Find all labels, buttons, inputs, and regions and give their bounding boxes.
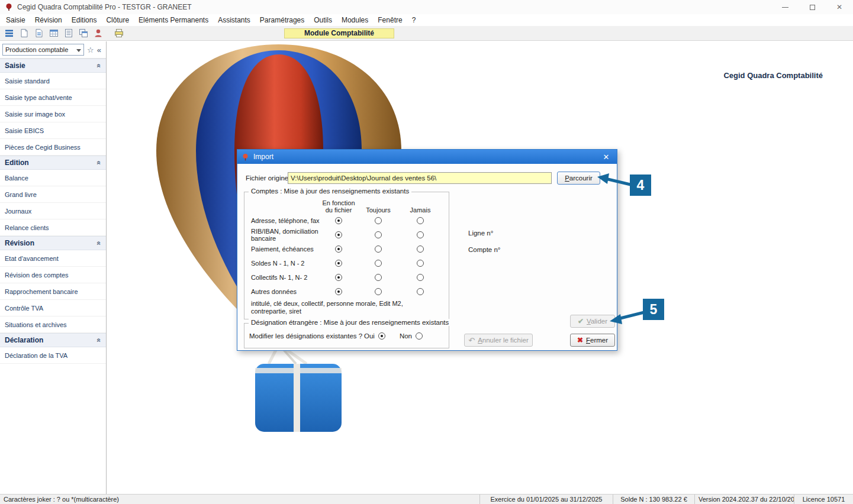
section-label: Edition [5, 159, 97, 167]
menu-item-elements-permanents[interactable]: Eléments Permanents [134, 15, 213, 25]
menu-item-saisie[interactable]: Saisie [1, 15, 30, 25]
sidebar-item-saisie-standard[interactable]: Saisie standard [0, 73, 106, 89]
report-button[interactable] [61, 27, 76, 40]
radio-paiement-en-fonction[interactable] [335, 245, 342, 253]
dialog-logo-icon [242, 153, 249, 161]
radio-rib-toujours[interactable] [375, 231, 382, 238]
favorite-star-icon[interactable]: ☆ [87, 46, 94, 54]
sidebar-section-saisie[interactable]: Saisie « [0, 59, 106, 73]
sidebar-item-grand-livre[interactable]: Grand livre [0, 186, 106, 203]
new-document-button[interactable] [17, 27, 31, 40]
radio-autres-jamais[interactable] [417, 288, 424, 295]
report-icon [63, 28, 74, 38]
radio-autres-en-fonction[interactable] [335, 288, 342, 295]
sidebar-item-declaration-tva[interactable]: Déclaration de la TVA [0, 347, 106, 364]
radio-autres-toujours[interactable] [375, 288, 382, 295]
row-collectifs: Collectifs N- 1, N- 2 [244, 270, 449, 285]
contact-button[interactable] [91, 27, 105, 40]
sidebar-item-pieces-cegid-business[interactable]: Pièces de Cegid Business [0, 139, 106, 156]
sidebar-item-rapprochement-bancaire[interactable]: Rapprochement bancaire [0, 283, 106, 300]
sidebar-item-revision-des-comptes[interactable]: Révision des comptes [0, 267, 106, 283]
designation-group-title: Désignation étrangère : Mise à jour des … [249, 319, 451, 326]
row-paiement: Paiement, échéances [244, 242, 449, 256]
sidebar-item-saisie-image-box[interactable]: Saisie sur image box [0, 106, 106, 122]
menu-item-outils[interactable]: Outils [309, 15, 337, 25]
sidebar-section-declaration[interactable]: Déclaration « [0, 333, 106, 347]
maximize-button[interactable] [799, 0, 826, 14]
undo-icon: ↶ [468, 336, 475, 345]
sidebar-section-edition[interactable]: Edition « [0, 156, 106, 170]
menu-item-aide[interactable]: ? [407, 15, 421, 25]
annuler-fichier-button[interactable]: ↶ Annuler le fichier [464, 334, 533, 347]
radio-collectifs-toujours[interactable] [375, 274, 382, 281]
titlebar: Cegid Quadra Comptabilité Pro - TESTGR -… [0, 0, 853, 14]
menu-list-button[interactable] [2, 27, 17, 40]
file-origin-input[interactable] [288, 172, 552, 184]
designation-groupbox: Désignation étrangère : Mise à jour des … [244, 323, 449, 348]
radio-rib-en-fonction[interactable] [335, 231, 342, 238]
profile-select[interactable]: Production comptable [2, 44, 84, 56]
section-label: Déclaration [5, 336, 97, 344]
chevron-up-icon: « [95, 64, 104, 68]
radio-adresse-en-fonction[interactable] [335, 217, 342, 224]
valider-label: Valider [587, 318, 607, 325]
sidebar-item-saisie-achat-vente[interactable]: Saisie type achat/vente [0, 89, 106, 106]
radio-collectifs-jamais[interactable] [417, 274, 424, 281]
sidebar: Production comptable ☆ « Saisie « Saisie… [0, 41, 107, 494]
sidebar-item-etat-avancement[interactable]: Etat d'avancement [0, 250, 106, 267]
sidebar-item-controle-tva[interactable]: Contrôle TVA [0, 300, 106, 316]
menu-item-modules[interactable]: Modules [337, 15, 373, 25]
radio-soldes-jamais[interactable] [417, 260, 424, 267]
minimize-button[interactable] [771, 0, 799, 14]
row-soldes: Soldes N - 1, N - 2 [244, 256, 449, 270]
radio-rib-jamais[interactable] [417, 231, 424, 238]
non-label: Non [400, 332, 412, 340]
print-button[interactable] [111, 27, 126, 40]
radio-soldes-en-fonction[interactable] [335, 260, 342, 267]
sidebar-item-relance-clients[interactable]: Relance clients [0, 219, 106, 236]
radio-designation-non[interactable] [416, 332, 423, 340]
comptes-groupbox: Comptes : Mise à jour des renseignements… [244, 192, 449, 319]
windows-icon [78, 28, 89, 38]
open-document-button[interactable] [31, 27, 46, 40]
radio-soldes-toujours[interactable] [375, 260, 382, 267]
menu-item-revision[interactable]: Révision [30, 15, 67, 25]
parcourir-button[interactable]: Parcourir [557, 172, 600, 185]
autres-donnees-note: intitulé, clé deux, collectif, personne … [251, 300, 449, 315]
menu-item-editions[interactable]: Editions [67, 15, 102, 25]
open-document-icon [34, 28, 44, 38]
close-window-button[interactable]: ✕ [826, 0, 853, 14]
radio-adresse-jamais[interactable] [417, 217, 424, 224]
chevron-up-icon: « [95, 338, 104, 343]
menu-item-assistants[interactable]: Assistants [213, 15, 255, 25]
windows-button[interactable] [76, 27, 91, 40]
sidebar-item-journaux[interactable]: Journaux [0, 203, 106, 219]
brand-watermark: Cegid Quadra Comptabilité [723, 71, 823, 80]
designation-row: Modifier les désignations existantes ? O… [249, 332, 423, 340]
fermer-button[interactable]: ✖ Fermer [570, 334, 615, 347]
menu-item-parametrages[interactable]: Paramétrages [255, 15, 309, 25]
sidebar-item-situations-archives[interactable]: Situations et archives [0, 316, 106, 333]
collapse-sidebar-icon[interactable]: « [97, 46, 101, 54]
import-dialog: Import ✕ Fichier origine Parcourir Compt… [237, 149, 617, 351]
radio-designation-oui[interactable] [378, 332, 385, 340]
section-label: Saisie [5, 62, 97, 70]
dialog-body: Fichier origine Parcourir Comptes : Mise… [237, 164, 617, 350]
toolbar: Module Comptabilité [0, 26, 853, 41]
menu-item-fenetre[interactable]: Fenêtre [373, 15, 407, 25]
sidebar-item-saisie-ebics[interactable]: Saisie EBICS [0, 122, 106, 139]
compte-number-label: Compte n° [468, 246, 500, 253]
row-label: RIB/IBAN, domiciliation bancaire [244, 228, 320, 242]
column-header-en-fonction: En fonction du fichier [320, 199, 357, 214]
menu-item-cloture[interactable]: Clôture [101, 15, 134, 25]
radio-adresse-toujours[interactable] [375, 217, 382, 224]
radio-paiement-jamais[interactable] [417, 245, 424, 253]
radio-collectifs-en-fonction[interactable] [335, 274, 342, 281]
radio-paiement-toujours[interactable] [375, 245, 382, 253]
dialog-close-button[interactable]: ✕ [600, 153, 613, 161]
sidebar-section-revision[interactable]: Révision « [0, 236, 106, 250]
table-button[interactable] [46, 27, 61, 40]
check-icon: ✔ [578, 317, 584, 325]
row-label: Soldes N - 1, N - 2 [244, 260, 320, 267]
sidebar-item-balance[interactable]: Balance [0, 170, 106, 186]
